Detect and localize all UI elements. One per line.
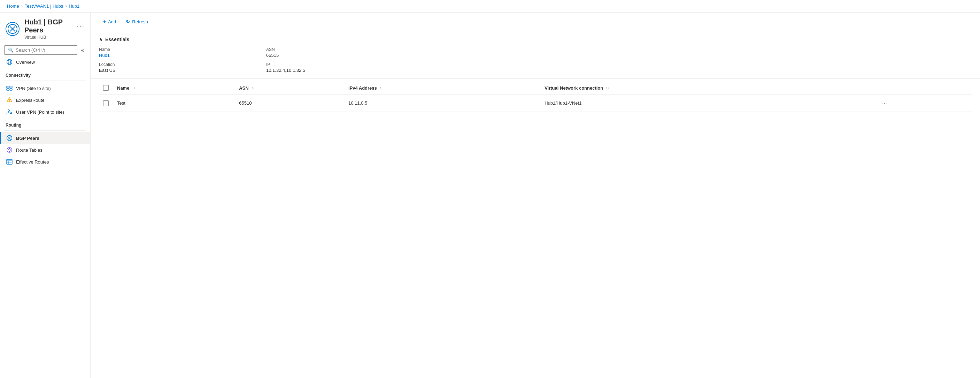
svg-rect-9 <box>10 89 12 90</box>
page-header: Hub1 | BGP Peers ··· Virtual HUB <box>0 13 90 43</box>
route-tables-icon <box>6 147 13 153</box>
add-button[interactable]: + Add <box>99 17 120 27</box>
sidebar: Hub1 | BGP Peers ··· Virtual HUB 🔍 « <box>0 13 91 378</box>
table-row: Test 65510 10.11.0.5 Hub1/Hub1-VNet1 ··· <box>99 94 972 112</box>
essentials-ip-label: IP <box>266 62 412 67</box>
essentials-grid: Name Hub1 ASN 65515 Location East US <box>99 47 412 73</box>
add-icon: + <box>103 19 106 24</box>
sidebar-search-row: 🔍 « <box>4 45 86 55</box>
refresh-icon: ↻ <box>126 19 130 24</box>
essentials-label: Essentials <box>105 37 129 42</box>
table-section: Name ↑↓ ASN ↑↓ <box>91 81 980 112</box>
breadcrumb-vwan[interactable]: TestVWAN1 | Hubs <box>25 3 64 9</box>
sidebar-item-uservpn[interactable]: User VPN (Point to site) <box>0 106 90 118</box>
sidebar-item-effective-routes[interactable]: Effective Routes <box>0 156 90 168</box>
col-name-sort[interactable]: ↑↓ <box>132 86 135 89</box>
table-header-name: Name ↑↓ <box>113 81 235 94</box>
table-header-checkbox-cell <box>99 81 113 94</box>
sidebar-item-overview-label: Overview <box>16 60 35 65</box>
refresh-label: Refresh <box>132 19 148 24</box>
vpn-icon <box>6 85 13 91</box>
svg-point-12 <box>9 101 10 102</box>
sidebar-search-container: 🔍 <box>4 45 77 55</box>
essentials-location-value: East US <box>99 68 245 73</box>
essentials-header[interactable]: ∧ Essentials <box>99 37 972 42</box>
content-area: + Add ↻ Refresh ∧ Essentials Name <box>91 13 980 378</box>
sidebar-item-route-tables-label: Route Tables <box>16 147 43 153</box>
svg-rect-8 <box>6 89 9 90</box>
sidebar-item-expressroute-label: ExpressRoute <box>16 97 45 103</box>
select-all-checkbox[interactable] <box>103 85 109 91</box>
table-header-vnet: Virtual Network connection ↑↓ <box>540 81 874 94</box>
essentials-location-field: Location East US <box>99 62 245 73</box>
breadcrumb: Home › TestVWAN1 | Hubs › Hub1 <box>0 0 980 13</box>
main-area: Hub1 | BGP Peers ··· Virtual HUB 🔍 « <box>0 13 980 378</box>
essentials-ip-field: IP 10.1.32.4,10.1.32.5 <box>266 62 412 73</box>
essentials-chevron-icon: ∧ <box>99 37 102 42</box>
essentials-asn-field: ASN 65515 <box>266 47 412 58</box>
essentials-asn-label: ASN <box>266 47 412 52</box>
col-name-label: Name <box>117 85 129 91</box>
sidebar-item-uservpn-label: User VPN (Point to site) <box>16 110 64 115</box>
toolbar: + Add ↻ Refresh <box>91 13 980 31</box>
table-header-asn: ASN ↑↓ <box>235 81 344 94</box>
table-header-ipv4: IPv4 Address ↑↓ <box>344 81 540 94</box>
col-vnet-sort[interactable]: ↑↓ <box>606 86 609 89</box>
sidebar-item-bgp-label: BGP Peers <box>16 136 39 141</box>
col-asn-sort[interactable]: ↑↓ <box>251 86 255 89</box>
user-vpn-icon <box>6 109 13 115</box>
page-icon <box>6 22 19 36</box>
globe-icon <box>6 59 13 65</box>
svg-rect-7 <box>10 86 12 88</box>
sidebar-item-vpn-label: VPN (Site to site) <box>16 86 51 91</box>
svg-point-13 <box>8 110 10 112</box>
sidebar-item-expressroute[interactable]: ExpressRoute <box>0 94 90 106</box>
add-label: Add <box>108 19 116 24</box>
table-header-actions <box>874 81 972 94</box>
refresh-button[interactable]: ↻ Refresh <box>122 17 152 27</box>
breadcrumb-sep-2: › <box>65 4 67 9</box>
row-vnet: Hub1/Hub1-VNet1 <box>540 94 874 112</box>
sidebar-item-vpn[interactable]: VPN (Site to site) <box>0 82 90 94</box>
col-asn-label: ASN <box>239 85 248 91</box>
bgp-peers-table: Name ↑↓ ASN ↑↓ <box>99 81 972 112</box>
search-input[interactable] <box>16 48 73 53</box>
connectivity-divider <box>4 81 86 81</box>
svg-rect-6 <box>6 86 9 88</box>
search-icon: 🔍 <box>8 48 14 53</box>
routing-divider <box>4 131 86 131</box>
bgp-icon <box>6 135 13 141</box>
sidebar-item-overview[interactable]: Overview <box>0 56 90 68</box>
row-checkbox-cell <box>99 94 113 112</box>
hub-icon-svg <box>8 24 18 34</box>
svg-line-25 <box>10 150 11 152</box>
table-header-row: Name ↑↓ ASN ↑↓ <box>99 81 972 94</box>
essentials-name-label: Name <box>99 47 245 52</box>
col-ipv4-sort[interactable]: ↑↓ <box>380 86 383 89</box>
essentials-section: ∧ Essentials Name Hub1 ASN 65515 <box>91 31 980 79</box>
row-select-checkbox[interactable] <box>103 100 109 106</box>
col-ipv4-label: IPv4 Address <box>348 85 377 91</box>
sidebar-collapse-button[interactable]: « <box>79 46 86 54</box>
row-more-button[interactable]: ··· <box>878 99 891 107</box>
row-actions: ··· <box>874 94 972 112</box>
sidebar-item-route-tables[interactable]: Route Tables <box>0 144 90 156</box>
title-row: Hub1 | BGP Peers ··· <box>24 18 85 34</box>
svg-line-24 <box>10 148 11 150</box>
breadcrumb-home[interactable]: Home <box>7 3 19 9</box>
essentials-ip-value: 10.1.32.4,10.1.32.5 <box>266 68 412 73</box>
col-vnet-label: Virtual Network connection <box>544 85 603 91</box>
more-options-icon[interactable]: ··· <box>76 22 85 30</box>
page-title-group: Hub1 | BGP Peers ··· Virtual HUB <box>24 18 85 40</box>
essentials-asn-value: 65515 <box>266 53 412 58</box>
svg-rect-26 <box>6 159 12 164</box>
app-layout: Home › TestVWAN1 | Hubs › Hub1 <box>0 0 980 378</box>
row-asn: 65510 <box>235 94 344 112</box>
breadcrumb-hub1[interactable]: Hub1 <box>68 3 80 9</box>
svg-line-23 <box>8 148 10 150</box>
sidebar-item-bgp-peers[interactable]: BGP Peers <box>0 132 90 144</box>
row-name: Test <box>113 94 235 112</box>
sidebar-section-connectivity: Connectivity <box>0 68 90 79</box>
page-subtitle: Virtual HUB <box>24 35 85 40</box>
essentials-name-value[interactable]: Hub1 <box>99 53 245 58</box>
